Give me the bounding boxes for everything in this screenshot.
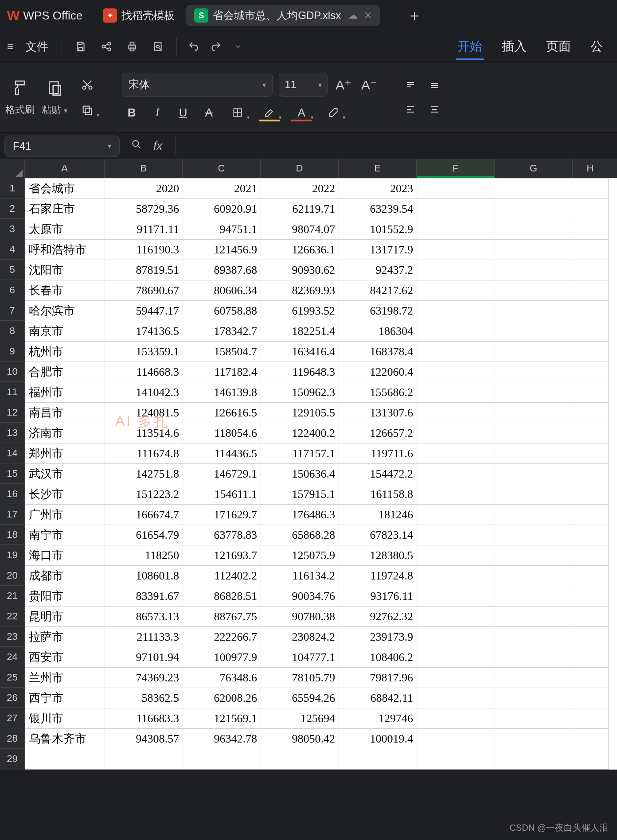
font-size-select[interactable]: 11▾: [279, 73, 328, 97]
cell[interactable]: [573, 362, 609, 382]
cell[interactable]: [417, 260, 495, 280]
cell[interactable]: 126636.1: [261, 240, 339, 260]
cell[interactable]: 111674.8: [105, 443, 183, 464]
cell[interactable]: 131717.9: [339, 240, 417, 260]
cell[interactable]: [495, 443, 573, 464]
cell[interactable]: [573, 586, 609, 607]
cell[interactable]: 石家庄市: [25, 199, 105, 219]
cell[interactable]: 163416.4: [261, 342, 339, 362]
cell[interactable]: 116683.3: [105, 708, 183, 729]
cell[interactable]: 南京市: [25, 321, 105, 342]
cell[interactable]: 拉萨市: [25, 627, 105, 647]
font-color-button[interactable]: A▾: [289, 103, 314, 122]
row-header[interactable]: 8: [0, 321, 25, 341]
cell[interactable]: 146729.1: [183, 464, 261, 484]
cell[interactable]: [495, 382, 573, 403]
cell[interactable]: [573, 301, 609, 321]
cell[interactable]: [573, 260, 609, 280]
cell[interactable]: 84217.62: [339, 280, 417, 301]
cell[interactable]: 65594.26: [261, 688, 339, 708]
cell[interactable]: 142751.8: [105, 464, 183, 484]
row-header[interactable]: 13: [0, 423, 25, 443]
row-header[interactable]: 1: [0, 178, 25, 198]
cell[interactable]: [339, 749, 417, 770]
col-header-D[interactable]: D: [261, 159, 339, 178]
cell[interactable]: [495, 240, 573, 260]
cell[interactable]: [495, 525, 573, 545]
file-menu[interactable]: 文件: [19, 39, 55, 54]
cell[interactable]: [573, 464, 609, 484]
cell[interactable]: [495, 647, 573, 668]
cell[interactable]: [417, 342, 495, 362]
cell[interactable]: 121693.7: [183, 545, 261, 566]
cell[interactable]: 武汉市: [25, 464, 105, 484]
cell[interactable]: 150636.4: [261, 464, 339, 484]
cell[interactable]: 60758.88: [183, 301, 261, 321]
cell[interactable]: [495, 627, 573, 647]
row-header[interactable]: 18: [0, 525, 25, 545]
cell[interactable]: 长沙市: [25, 484, 105, 505]
print-icon[interactable]: [123, 38, 141, 55]
underline-button[interactable]: U: [173, 103, 193, 122]
strikethrough-button[interactable]: A: [199, 103, 219, 122]
cell[interactable]: 119648.3: [261, 362, 339, 382]
cell[interactable]: 62008.26: [183, 688, 261, 708]
cell[interactable]: [417, 729, 495, 749]
row-header[interactable]: 17: [0, 504, 25, 525]
cell[interactable]: 沈阳市: [25, 260, 105, 280]
cell[interactable]: [495, 708, 573, 729]
cell[interactable]: 114436.5: [183, 443, 261, 464]
cell[interactable]: 100977.9: [183, 647, 261, 668]
row-header[interactable]: 6: [0, 280, 25, 300]
cell[interactable]: 2022: [261, 179, 339, 199]
cell[interactable]: 118054.6: [183, 423, 261, 443]
cell[interactable]: 119711.6: [339, 443, 417, 464]
cell[interactable]: 146139.8: [183, 382, 261, 403]
cell[interactable]: 101552.9: [339, 219, 417, 240]
cell[interactable]: 90034.76: [261, 586, 339, 607]
font-name-select[interactable]: 宋体▾: [122, 73, 273, 97]
ribbon-tab-start[interactable]: 开始: [448, 38, 492, 55]
col-header-C[interactable]: C: [183, 159, 261, 178]
row-header[interactable]: 27: [0, 708, 25, 728]
cell[interactable]: [573, 749, 609, 770]
format-painter-group[interactable]: 格式刷: [5, 79, 35, 117]
cell[interactable]: [417, 423, 495, 443]
row-header[interactable]: 3: [0, 219, 25, 239]
paste-group[interactable]: 粘贴 ▾: [42, 79, 67, 117]
cell[interactable]: 171629.7: [183, 505, 261, 525]
cell[interactable]: [495, 688, 573, 708]
cell[interactable]: 108601.8: [105, 566, 183, 586]
cell[interactable]: 121569.1: [183, 708, 261, 729]
cell[interactable]: 93176.11: [339, 586, 417, 607]
cell[interactable]: 63239.54: [339, 199, 417, 219]
tab-docker-templates[interactable]: ✦ 找稻壳模板: [95, 5, 183, 26]
align-middle-icon[interactable]: [425, 76, 444, 95]
col-header-B[interactable]: B: [105, 159, 183, 178]
cloud-sync-icon[interactable]: ☁: [348, 10, 358, 21]
fx-label[interactable]: fx: [153, 139, 162, 153]
new-tab-button[interactable]: ＋: [401, 5, 428, 26]
formula-input[interactable]: [176, 137, 613, 155]
cell[interactable]: 西宁市: [25, 688, 105, 708]
align-top-icon[interactable]: [401, 76, 420, 95]
cell[interactable]: 2023: [339, 179, 417, 199]
cell[interactable]: [417, 484, 495, 505]
cell[interactable]: [573, 647, 609, 668]
cell[interactable]: 南宁市: [25, 525, 105, 545]
cell[interactable]: [417, 443, 495, 464]
row-header[interactable]: 25: [0, 667, 25, 688]
row-header[interactable]: 19: [0, 545, 25, 565]
cell[interactable]: 67823.14: [339, 525, 417, 545]
cell[interactable]: [417, 749, 495, 770]
cell[interactable]: [495, 423, 573, 443]
cell[interactable]: [417, 199, 495, 219]
cell[interactable]: [495, 219, 573, 240]
cell[interactable]: [495, 464, 573, 484]
cell[interactable]: [417, 382, 495, 403]
cell[interactable]: 161158.8: [339, 484, 417, 505]
cell[interactable]: [495, 566, 573, 586]
cell[interactable]: 80606.34: [183, 280, 261, 301]
cell[interactable]: 86828.51: [183, 586, 261, 607]
ribbon-tab-more[interactable]: 公: [581, 38, 613, 55]
